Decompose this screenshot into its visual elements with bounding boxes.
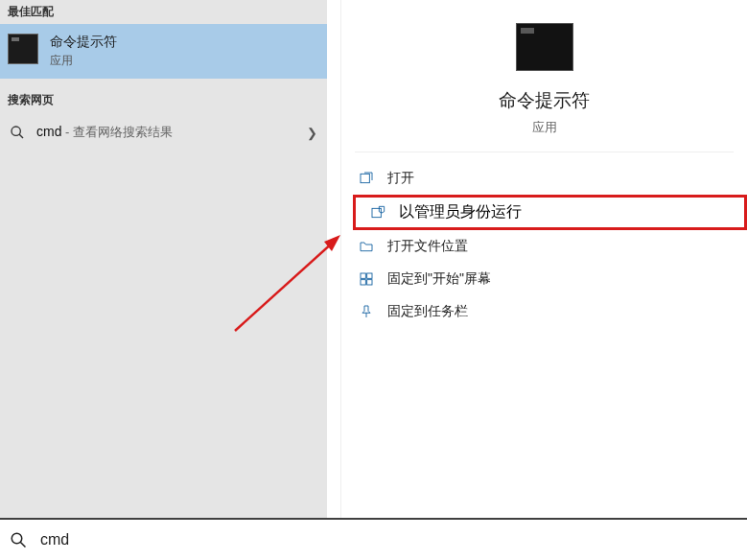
- search-bar[interactable]: [0, 518, 747, 560]
- cmd-icon: [8, 34, 38, 64]
- action-pin-to-taskbar[interactable]: 固定到任务栏: [341, 295, 747, 328]
- pin-start-icon: [359, 271, 374, 287]
- svg-point-11: [12, 533, 22, 544]
- cmd-icon-large: [516, 23, 573, 71]
- shield-icon: [370, 205, 385, 221]
- action-open-file-location[interactable]: 打开文件位置: [341, 230, 747, 263]
- preview-subtitle: 应用: [355, 119, 734, 136]
- result-title: 命令提示符: [50, 34, 117, 51]
- action-label: 打开: [387, 170, 414, 187]
- preview-panel: 命令提示符 应用 打开 以管理员身份运行 打开文件位置 固定到"开始"屏幕: [340, 0, 747, 518]
- result-text: 命令提示符 应用: [50, 34, 117, 69]
- pin-taskbar-icon: [359, 304, 374, 319]
- results-panel: 最佳匹配 命令提示符 应用 搜索网页 cmd - 查看网络搜索结果 ❯: [0, 0, 327, 518]
- web-search-item[interactable]: cmd - 查看网络搜索结果 ❯: [0, 112, 327, 152]
- svg-rect-5: [367, 273, 372, 278]
- web-query: cmd: [36, 124, 61, 139]
- search-icon: [10, 125, 25, 140]
- best-match-item[interactable]: 命令提示符 应用: [0, 24, 327, 79]
- action-open[interactable]: 打开: [341, 162, 747, 195]
- action-list: 打开 以管理员身份运行 打开文件位置 固定到"开始"屏幕 固定到任务栏: [341, 152, 747, 338]
- search-input[interactable]: [40, 531, 737, 548]
- search-icon: [10, 531, 27, 548]
- action-label: 固定到"开始"屏幕: [387, 270, 491, 288]
- svg-line-1: [19, 134, 23, 138]
- svg-line-12: [20, 542, 25, 547]
- action-label: 固定到任务栏: [387, 303, 468, 320]
- action-run-as-admin[interactable]: 以管理员身份运行: [353, 195, 747, 230]
- web-suffix: - 查看网络搜索结果: [61, 125, 173, 139]
- open-icon: [359, 171, 374, 186]
- folder-icon: [359, 239, 374, 254]
- preview-header: 命令提示符 应用: [355, 0, 734, 152]
- web-search-header: 搜索网页: [0, 88, 327, 112]
- svg-rect-2: [361, 174, 369, 182]
- chevron-right-icon: ❯: [307, 126, 317, 140]
- web-search-text: cmd - 查看网络搜索结果: [36, 124, 295, 141]
- svg-rect-4: [361, 273, 365, 278]
- svg-rect-6: [361, 280, 365, 285]
- action-label: 以管理员身份运行: [399, 202, 522, 222]
- preview-title: 命令提示符: [355, 88, 734, 113]
- svg-point-0: [12, 127, 20, 135]
- result-subtitle: 应用: [50, 53, 117, 69]
- action-pin-to-start[interactable]: 固定到"开始"屏幕: [341, 263, 747, 295]
- svg-rect-7: [367, 280, 372, 285]
- action-label: 打开文件位置: [387, 238, 468, 255]
- svg-rect-3: [372, 208, 381, 217]
- best-match-header: 最佳匹配: [0, 0, 327, 24]
